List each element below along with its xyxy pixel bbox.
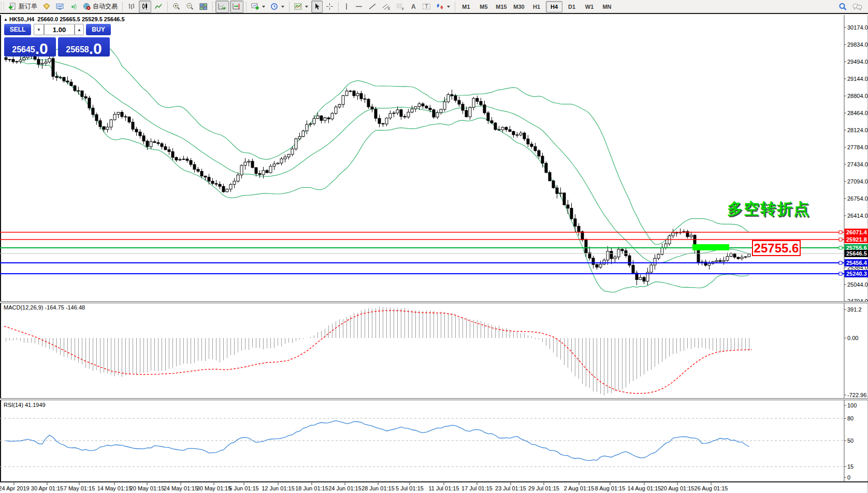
trendline-button[interactable]: [366, 1, 379, 13]
svg-text:25240.3: 25240.3: [846, 271, 867, 277]
crosshair-button[interactable]: [324, 1, 336, 13]
ohlc-values: 25660.0 25665.5 25529.5 25646.5: [37, 16, 124, 22]
fibonacci-button[interactable]: F: [394, 1, 407, 13]
new-chart-button[interactable]: [249, 1, 267, 13]
macd-signal-line: [4, 311, 752, 393]
timeframe-button-h4[interactable]: H4: [546, 1, 562, 12]
zoom-in-button[interactable]: [170, 1, 183, 13]
svg-text:0: 0: [847, 474, 850, 481]
autotrading-button[interactable]: 自动交易: [81, 1, 120, 13]
svg-text:24 Jun 01:15: 24 Jun 01:15: [328, 485, 361, 491]
svg-text:24 May 01:15: 24 May 01:15: [164, 485, 198, 491]
channel-icon: E: [382, 3, 390, 10]
buy-button[interactable]: BUY: [86, 24, 111, 35]
auto-scroll-button[interactable]: [215, 1, 229, 13]
toolbar-grip[interactable]: [1, 2, 4, 11]
svg-text:50: 50: [847, 438, 853, 444]
sell-price-frac: .0: [35, 42, 48, 55]
timeframe-button-d1[interactable]: D1: [563, 1, 580, 12]
vertical-line-button[interactable]: [341, 1, 352, 13]
timeframe-button-mn[interactable]: MN: [599, 1, 615, 12]
svg-text:26754.0: 26754.0: [847, 195, 868, 202]
svg-text:29144.0: 29144.0: [847, 76, 868, 82]
timeframe-button-m15[interactable]: M15: [493, 1, 510, 12]
volume-input[interactable]: 1.00: [44, 24, 75, 35]
price-callout-label[interactable]: 25755.6: [752, 240, 801, 256]
zoom-out-button[interactable]: [184, 1, 196, 13]
spin-down-icon: ▼: [37, 27, 41, 32]
line-chart-icon: [154, 3, 163, 10]
chevron-down-icon: [262, 6, 265, 8]
rsi-axis: 1008050150: [844, 402, 857, 481]
text-icon: A: [410, 3, 417, 10]
time-axis[interactable]: 24 Apr 201930 Apr 01:157 May 01:1514 May…: [0, 483, 728, 491]
svg-text:17 Jul 01:15: 17 Jul 01:15: [461, 485, 493, 491]
price-lines[interactable]: [0, 231, 844, 275]
profiles-clock-button[interactable]: [268, 1, 286, 13]
horizontal-line-button[interactable]: [353, 1, 365, 13]
toolbar-separator: [338, 2, 339, 12]
new-order-button[interactable]: 新订单: [7, 1, 39, 13]
svg-text:28124.0: 28124.0: [847, 127, 868, 133]
channel-button[interactable]: E: [380, 1, 393, 13]
timeframe-button-m5[interactable]: M5: [475, 1, 492, 12]
horizontal-line-icon: [355, 3, 363, 10]
tile-windows-icon: [199, 3, 208, 10]
svg-text:28804.0: 28804.0: [847, 93, 868, 99]
svg-text:28 Jun 01:15: 28 Jun 01:15: [361, 485, 395, 491]
text-label-button[interactable]: T: [420, 1, 433, 13]
chat-button[interactable]: [850, 1, 864, 13]
timeframe-button-h1[interactable]: H1: [528, 1, 545, 12]
symbols-button[interactable]: [40, 1, 53, 13]
arrows-button[interactable]: [434, 1, 452, 13]
collapse-icon[interactable]: ▲: [4, 17, 8, 22]
line-chart-button[interactable]: [152, 1, 165, 13]
macd-label: MACD(12,26,9) -164.75 -146.48: [4, 304, 85, 311]
volume-decrement-button[interactable]: ▼: [34, 24, 44, 35]
macd-axis: 391.20.00-722.96: [844, 306, 866, 398]
search-button[interactable]: [836, 1, 849, 13]
sell-button[interactable]: SELL: [4, 24, 31, 35]
autotrading-icon: [83, 3, 91, 10]
svg-text:26414.0: 26414.0: [847, 213, 868, 219]
autotrading-label: 自动交易: [93, 2, 118, 11]
buy-price-main: 25658: [66, 45, 89, 55]
chevron-down-icon: [447, 6, 450, 8]
svg-text:30 May 01:15: 30 May 01:15: [197, 485, 232, 491]
object-rectangle[interactable]: [692, 244, 729, 250]
text-button[interactable]: A: [408, 1, 419, 13]
cursor-button[interactable]: [311, 1, 323, 13]
svg-text:25044.0: 25044.0: [847, 281, 868, 288]
search-icon: [838, 3, 847, 11]
timeframe-button-w1[interactable]: W1: [581, 1, 598, 12]
tile-windows-button[interactable]: [197, 1, 210, 13]
candlestick-button[interactable]: [139, 1, 151, 13]
toolbar-separator: [246, 2, 247, 12]
sell-price-display[interactable]: 25645.0: [4, 37, 56, 57]
buy-price-display[interactable]: 25658.0: [58, 37, 110, 57]
svg-text:26071.4: 26071.4: [846, 229, 867, 235]
chart-canvas[interactable]: 30174.029834.029494.029144.028804.028464…: [0, 0, 868, 493]
timeframe-button-m1[interactable]: M1: [458, 1, 474, 12]
new-order-label: 新订单: [19, 2, 37, 11]
text-label-icon: T: [422, 3, 431, 10]
signals-button[interactable]: [67, 1, 80, 13]
bollinger-bands: [21, 42, 749, 292]
annotation-text[interactable]: 多空转折点: [727, 199, 810, 220]
indicators-button[interactable]: [292, 1, 310, 13]
terminal-button[interactable]: [54, 1, 66, 13]
toolbar-separator: [122, 2, 123, 12]
bar-chart-button[interactable]: [125, 1, 138, 13]
trading-terminal-window: 新订单 自动交易 E F A T: [0, 0, 868, 493]
svg-text:29494.0: 29494.0: [847, 59, 868, 65]
volume-increment-button[interactable]: ▲: [75, 24, 84, 35]
chart-shift-button[interactable]: [230, 1, 243, 13]
svg-text:391.2: 391.2: [847, 306, 862, 313]
buy-price-frac: .0: [89, 42, 102, 55]
svg-text:29 Jul 01:15: 29 Jul 01:15: [528, 485, 559, 491]
timeframe-button-m30[interactable]: M30: [511, 1, 527, 12]
toolbar-separator: [289, 2, 290, 12]
new-order-icon: [9, 3, 17, 10]
svg-text:30174.0: 30174.0: [847, 24, 868, 31]
rsi-label: RSI(14) 41.1949: [4, 402, 46, 408]
